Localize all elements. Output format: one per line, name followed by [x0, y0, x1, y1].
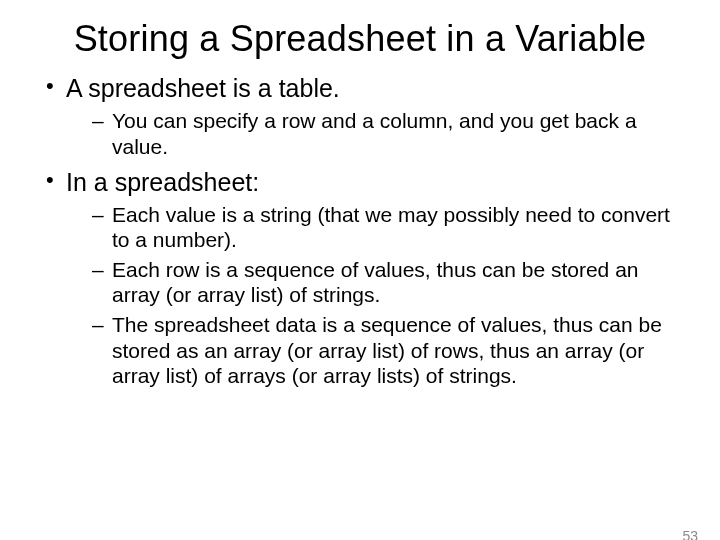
slide: Storing a Spreadsheet in a Variable A sp…: [0, 18, 720, 540]
bullet-item: In a spreadsheet: Each value is a string…: [46, 167, 692, 389]
sub-bullet-text: Each row is a sequence of values, thus c…: [112, 258, 639, 307]
bullet-list-lvl2: You can specify a row and a column, and …: [66, 108, 692, 159]
page-number: 53: [682, 528, 698, 540]
bullet-list-lvl1: A spreadsheet is a table. You can specif…: [28, 73, 692, 388]
slide-content: A spreadsheet is a table. You can specif…: [28, 73, 692, 388]
slide-title: Storing a Spreadsheet in a Variable: [30, 18, 690, 59]
sub-bullet-item: Each row is a sequence of values, thus c…: [92, 257, 692, 308]
sub-bullet-item: The spreadsheet data is a sequence of va…: [92, 312, 692, 389]
bullet-item: A spreadsheet is a table. You can specif…: [46, 73, 692, 159]
sub-bullet-item: You can specify a row and a column, and …: [92, 108, 692, 159]
bullet-list-lvl2: Each value is a string (that we may poss…: [66, 202, 692, 389]
sub-bullet-text: You can specify a row and a column, and …: [112, 109, 637, 158]
bullet-text: In a spreadsheet:: [66, 168, 259, 196]
sub-bullet-item: Each value is a string (that we may poss…: [92, 202, 692, 253]
sub-bullet-text: The spreadsheet data is a sequence of va…: [112, 313, 662, 387]
bullet-text: A spreadsheet is a table.: [66, 74, 340, 102]
sub-bullet-text: Each value is a string (that we may poss…: [112, 203, 670, 252]
